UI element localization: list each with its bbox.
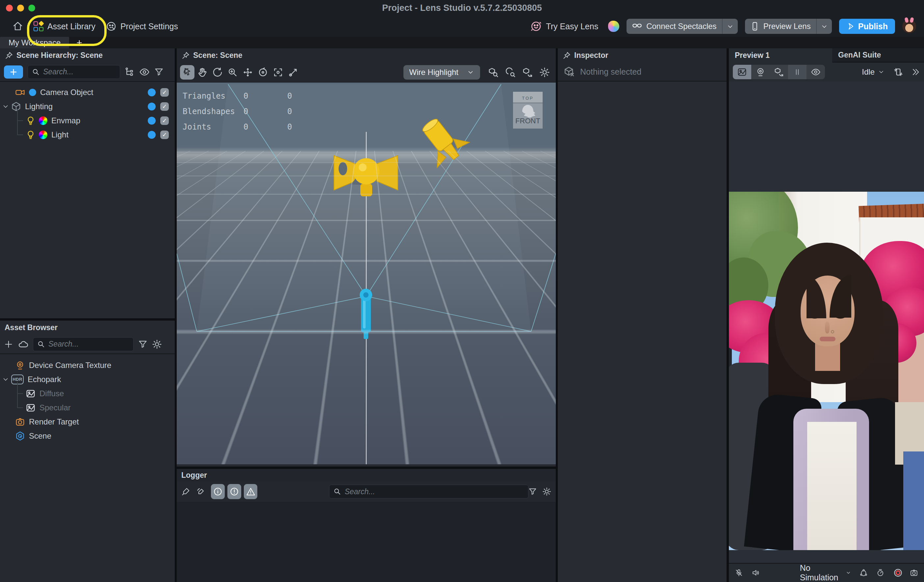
collapse-chevron-icon[interactable] bbox=[0, 376, 11, 383]
orbit-tool-button[interactable] bbox=[210, 65, 225, 80]
tree-row-lighting[interactable]: Lighting ✓ bbox=[0, 99, 175, 113]
asset-row-scene[interactable]: Scene bbox=[0, 429, 175, 443]
auto-clear-log-icon[interactable] bbox=[196, 487, 205, 497]
select-tool-button[interactable] bbox=[180, 65, 195, 80]
rotate-device-icon[interactable] bbox=[893, 67, 904, 77]
asset-row-echopark[interactable]: HDR Echopark bbox=[0, 372, 175, 386]
scale-tool-button[interactable] bbox=[286, 65, 300, 80]
tree-row-camera-object[interactable]: Camera Object ✓ bbox=[0, 85, 175, 99]
preview-eye-button[interactable] bbox=[807, 65, 825, 79]
workspace-tabstrip: My Workspace + bbox=[0, 37, 924, 48]
move-tool-button[interactable] bbox=[241, 65, 255, 80]
inspector-body bbox=[558, 82, 726, 582]
collapse-chevron-icon[interactable] bbox=[0, 103, 11, 110]
enabled-checkbox[interactable]: ✓ bbox=[160, 117, 169, 125]
speaker-icon[interactable] bbox=[752, 568, 760, 578]
enabled-checkbox[interactable]: ✓ bbox=[160, 102, 169, 111]
preview-pause-button[interactable] bbox=[788, 65, 807, 79]
scene-camera-view-button[interactable] bbox=[486, 65, 500, 80]
filter-icon[interactable] bbox=[154, 67, 163, 77]
add-object-button[interactable] bbox=[4, 66, 23, 79]
easy-lens-icon bbox=[530, 20, 542, 32]
tab-my-workspace[interactable]: My Workspace bbox=[0, 37, 69, 48]
gear-icon[interactable] bbox=[542, 487, 551, 497]
reset-camera-view-button[interactable] bbox=[520, 65, 535, 80]
gear-icon[interactable] bbox=[152, 339, 162, 349]
visibility-eye-icon[interactable] bbox=[139, 67, 150, 77]
connect-spectacles-label: Connect Spectacles bbox=[646, 22, 716, 31]
orientation-gizmo[interactable]: TOP FRONT bbox=[513, 92, 543, 128]
render-mode-dropdown[interactable]: Wire Highlight bbox=[403, 65, 480, 80]
layer-dot[interactable] bbox=[148, 117, 156, 125]
scene-3d-viewport[interactable]: TOP FRONT Triangles00 Blendshapes00 Join… bbox=[177, 82, 556, 464]
try-easy-lens-label: Try Easy Lens bbox=[546, 22, 598, 31]
project-settings-button[interactable]: Project Settings bbox=[101, 18, 183, 34]
enabled-checkbox[interactable]: ✓ bbox=[160, 130, 169, 139]
rotate-tool-button[interactable] bbox=[256, 65, 270, 80]
gizmo-top-label: TOP bbox=[522, 96, 534, 100]
hierarchy-search-input[interactable]: Search... bbox=[28, 65, 120, 79]
layer-dot[interactable] bbox=[148, 89, 156, 96]
asset-row-specular[interactable]: Specular bbox=[0, 401, 175, 414]
preview-lens-label: Preview Lens bbox=[764, 22, 811, 31]
layer-dot[interactable] bbox=[148, 131, 156, 139]
tree-row-envmap[interactable]: Envmap ✓ bbox=[0, 113, 175, 128]
preview-media-source-button[interactable] bbox=[733, 65, 751, 79]
chevron-down-icon bbox=[878, 69, 884, 75]
preview-spectacles-source-button[interactable] bbox=[770, 65, 788, 79]
tree-row-light[interactable]: Light ✓ bbox=[0, 128, 175, 142]
microphone-muted-icon[interactable] bbox=[735, 568, 743, 578]
camera-gizmo[interactable] bbox=[360, 289, 372, 339]
preview-camera-view-button[interactable] bbox=[503, 65, 518, 80]
pan-tool-button[interactable] bbox=[195, 65, 210, 80]
window-titlebar: Project - Lens Studio v.5.7.2.25030805 bbox=[0, 0, 924, 16]
asset-row-device-camera-texture[interactable]: Device Camera Texture bbox=[0, 358, 175, 372]
asset-library-button[interactable]: Asset Library bbox=[28, 18, 101, 34]
add-asset-icon[interactable] bbox=[4, 340, 13, 349]
frame-selection-button[interactable] bbox=[271, 65, 285, 80]
expand-tree-icon[interactable] bbox=[125, 67, 135, 77]
record-button[interactable] bbox=[893, 568, 901, 578]
lens-blob-icon[interactable] bbox=[608, 21, 619, 32]
tab-genai-suite[interactable]: GenAI Suite bbox=[832, 48, 924, 62]
window-title: Project - Lens Studio v.5.7.2.25030805 bbox=[0, 3, 924, 13]
filter-icon[interactable] bbox=[528, 487, 537, 496]
connect-spectacles-button[interactable]: Connect Spectacles bbox=[627, 19, 738, 34]
timer-icon[interactable] bbox=[876, 568, 884, 578]
filter-icon[interactable] bbox=[138, 340, 147, 349]
publish-button[interactable]: Publish bbox=[839, 19, 895, 34]
asset-row-render-target[interactable]: Render Target bbox=[0, 414, 175, 429]
preview-controls-bar: No Simulation bbox=[729, 563, 924, 582]
viewport-settings-button[interactable] bbox=[537, 65, 552, 80]
expand-panel-icon[interactable] bbox=[911, 67, 920, 77]
enabled-checkbox[interactable]: ✓ bbox=[160, 88, 169, 97]
assets-search-input[interactable]: Search... bbox=[33, 337, 134, 351]
asset-row-diffuse[interactable]: Diffuse bbox=[0, 386, 175, 401]
log-error-toggle[interactable] bbox=[228, 484, 241, 499]
log-warning-toggle[interactable] bbox=[244, 484, 257, 499]
texture-icon bbox=[26, 403, 36, 413]
preview-lens-button[interactable]: Preview Lens bbox=[745, 19, 832, 34]
try-easy-lens-button[interactable]: Try Easy Lens bbox=[528, 18, 601, 34]
zoom-tool-button[interactable] bbox=[225, 65, 240, 80]
user-avatar[interactable] bbox=[902, 20, 916, 33]
connected-lens-icon[interactable] bbox=[860, 568, 868, 578]
add-workspace-tab-button[interactable]: + bbox=[69, 37, 89, 48]
preview-webcam-source-button[interactable] bbox=[751, 65, 770, 79]
logger-search-input[interactable]: Search... bbox=[329, 485, 528, 498]
log-info-toggle[interactable] bbox=[211, 484, 225, 499]
device-state-dropdown[interactable]: Idle bbox=[862, 67, 884, 77]
webcam-preview-feed[interactable] bbox=[729, 192, 924, 550]
connect-spectacles-dropdown[interactable] bbox=[723, 22, 738, 30]
chevron-down-icon bbox=[467, 69, 474, 76]
home-button[interactable] bbox=[7, 18, 28, 34]
cloud-assets-icon[interactable] bbox=[18, 339, 28, 350]
snapshot-camera-icon[interactable] bbox=[910, 568, 918, 578]
clear-log-icon[interactable] bbox=[182, 487, 190, 497]
preview-lens-dropdown[interactable] bbox=[817, 22, 832, 30]
simulation-dropdown[interactable]: No Simulation bbox=[800, 563, 851, 582]
nose-ring bbox=[831, 330, 834, 334]
tab-preview-1[interactable]: Preview 1 bbox=[729, 48, 832, 62]
layer-dot[interactable] bbox=[148, 103, 156, 110]
logger-output[interactable] bbox=[177, 502, 556, 582]
